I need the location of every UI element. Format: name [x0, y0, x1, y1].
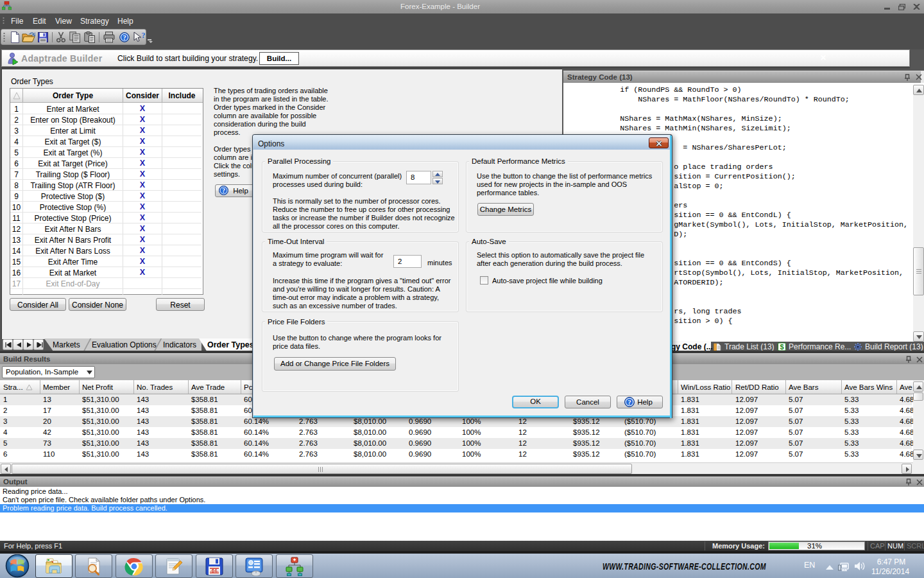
svg-text:$: $ [780, 343, 783, 351]
svg-text:?: ? [628, 398, 631, 406]
svg-text:-64-: -64- [210, 568, 219, 574]
svg-text:?: ? [222, 187, 225, 194]
svg-text:?: ? [123, 34, 126, 41]
svg-text:?: ? [142, 31, 146, 40]
